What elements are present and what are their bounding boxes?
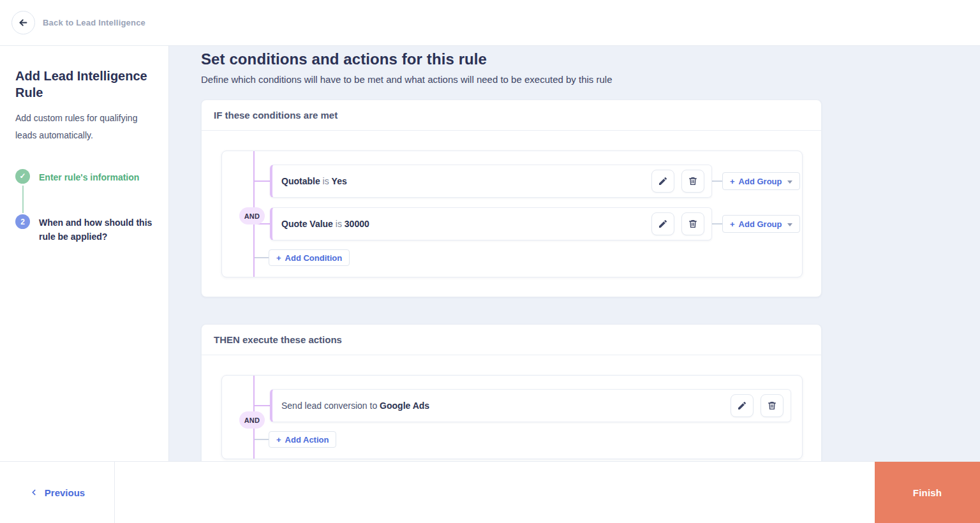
condition-field: Quotable xyxy=(281,176,320,186)
delete-action-button[interactable] xyxy=(761,394,783,417)
plus-icon: + xyxy=(276,253,281,263)
sidebar-description: Add custom rules for qualifying leads au… xyxy=(15,110,146,145)
add-action-button[interactable]: + Add Action xyxy=(269,431,336,448)
footer-bar: Previous Finish xyxy=(0,461,980,523)
add-group-connector xyxy=(712,180,722,182)
condition-text: Quotable is Yes xyxy=(281,176,347,186)
chevron-left-icon xyxy=(29,488,38,497)
delete-condition-button[interactable] xyxy=(681,212,704,235)
condition-field: Quote Value xyxy=(281,219,333,229)
add-group-connector xyxy=(712,223,722,225)
trash-icon xyxy=(767,401,777,411)
back-button[interactable] xyxy=(11,11,35,34)
step-label: When and how should this rule be applied… xyxy=(39,214,154,244)
step-number-badge: 2 xyxy=(15,214,30,229)
plus-icon: + xyxy=(730,177,735,186)
add-condition-label: Add Condition xyxy=(285,253,343,263)
if-conditions-card: IF these conditions are met AND Quotable… xyxy=(201,99,822,297)
add-action-connector xyxy=(255,439,269,440)
step-when-how-applied: 2 When and how should this rule be appli… xyxy=(15,214,154,244)
condition-value: Yes xyxy=(332,176,347,186)
add-condition-connector xyxy=(255,257,269,258)
caret-down-icon xyxy=(787,223,792,226)
row-connector xyxy=(255,405,270,406)
pencil-icon xyxy=(737,401,747,411)
finish-button[interactable]: Finish xyxy=(875,462,980,523)
operator-pill: AND xyxy=(239,411,265,429)
edit-condition-button[interactable] xyxy=(651,212,674,235)
add-condition-button[interactable]: + Add Condition xyxy=(269,249,350,266)
action-target: Google Ads xyxy=(380,401,429,411)
row-actions xyxy=(731,394,783,417)
action-row: Send lead conversion to Google Ads xyxy=(270,389,791,422)
add-action-label: Add Action xyxy=(285,435,329,445)
condition-row: Quote Value is 30000 xyxy=(270,207,712,240)
step-label: Enter rule's information xyxy=(39,169,154,185)
if-card-body: AND Quotable is Yes xyxy=(202,131,821,297)
pencil-icon xyxy=(658,176,668,186)
operator-pill: AND xyxy=(239,207,265,225)
step-rule-information: ✓ Enter rule's information xyxy=(15,169,154,185)
page-subtitle: Define which conditions will have to be … xyxy=(201,74,980,85)
row-connector xyxy=(255,180,270,182)
if-card-header: IF these conditions are met xyxy=(202,100,821,131)
action-description: Send lead conversion to xyxy=(281,401,377,411)
plus-icon: + xyxy=(276,435,281,445)
row-actions xyxy=(651,212,704,235)
previous-label: Previous xyxy=(45,487,85,498)
plus-icon: + xyxy=(730,219,735,229)
row-actions xyxy=(651,170,704,193)
condition-value: 30000 xyxy=(345,219,369,229)
page-title: Set conditions and actions for this rule xyxy=(201,50,980,68)
delete-condition-button[interactable] xyxy=(681,170,704,193)
stepper-connector-line xyxy=(22,186,24,213)
condition-comparator: is xyxy=(323,176,329,186)
add-group-label: Add Group xyxy=(739,219,782,229)
back-label: Back to Lead Intelligence xyxy=(43,18,145,27)
condition-text: Quote Value is 30000 xyxy=(281,219,369,229)
then-actions-card: THEN execute these actions AND Send lead… xyxy=(201,324,822,461)
sidebar: Add Lead Intelligence Rule Add custom ru… xyxy=(0,46,169,461)
then-card-body: AND Send lead conversion to Google Ads xyxy=(202,355,821,461)
trash-icon xyxy=(688,219,698,229)
pencil-icon xyxy=(658,219,668,229)
top-bar: Back to Lead Intelligence xyxy=(0,0,980,46)
caret-down-icon xyxy=(787,180,792,184)
sidebar-title: Add Lead Intelligence Rule xyxy=(15,68,149,101)
action-group: AND Send lead conversion to Google Ads xyxy=(221,375,803,459)
condition-comparator: is xyxy=(336,219,342,229)
wizard-stepper: ✓ Enter rule's information 2 When and ho… xyxy=(15,169,154,244)
condition-group: AND Quotable is Yes xyxy=(221,151,803,277)
previous-button[interactable]: Previous xyxy=(0,462,115,523)
main-content: Set conditions and actions for this rule… xyxy=(170,46,980,461)
action-text: Send lead conversion to Google Ads xyxy=(281,401,429,411)
back-link[interactable]: Back to Lead Intelligence xyxy=(11,11,145,34)
edit-action-button[interactable] xyxy=(731,394,754,417)
add-group-button[interactable]: + Add Group xyxy=(722,172,800,190)
arrow-left-icon xyxy=(18,17,29,28)
add-group-label: Add Group xyxy=(739,177,782,186)
edit-condition-button[interactable] xyxy=(651,170,674,193)
step-done-check-icon: ✓ xyxy=(15,169,30,184)
then-card-header: THEN execute these actions xyxy=(202,325,821,355)
trash-icon xyxy=(688,176,698,186)
add-group-button[interactable]: + Add Group xyxy=(722,215,800,233)
condition-row: Quotable is Yes xyxy=(270,165,712,198)
